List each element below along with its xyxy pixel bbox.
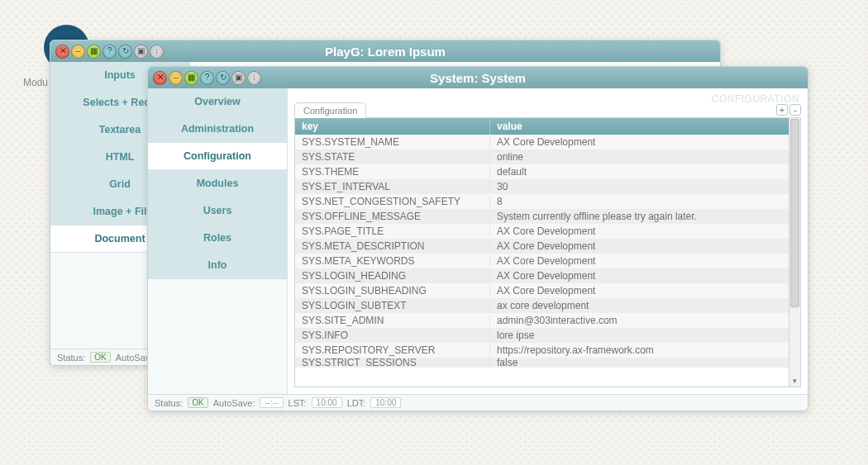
lst-value: 10:00 <box>312 397 342 408</box>
cell-value: lore ipse <box>490 330 789 341</box>
add-tab-button[interactable]: + <box>776 104 788 116</box>
tabstrip: Configuration + - <box>294 102 801 118</box>
cell-key: SYS.SITE_ADMIN <box>295 315 490 326</box>
cell-key: SYS.OFFLINE_MESSAGE <box>295 211 490 222</box>
cell-value: AX Core Development <box>490 225 789 237</box>
grid-body: SYS.SYSTEM_NAMEAX Core DevelopmentSYS.ST… <box>295 135 789 387</box>
cell-key: SYS.SYSTEM_NAME <box>295 136 490 148</box>
cell-value: https://repository.ax-framework.com <box>490 344 789 356</box>
table-row[interactable]: SYS.PAGE_TITLEAX Core Development <box>295 224 789 239</box>
cell-value: AX Core Development <box>490 270 789 282</box>
cell-value: AX Core Development <box>490 255 789 267</box>
tab-configuration[interactable]: Configuration <box>294 102 366 118</box>
col-header-key[interactable]: key <box>295 118 490 135</box>
cell-key: SYS.REPOSITORY_SERVER <box>295 344 490 356</box>
status-ok-badge: OK <box>188 397 207 408</box>
table-row[interactable]: SYS.ET_INTERVAL30 <box>295 179 789 194</box>
window-system: ✕ – ▦ ? ↻ ▣ ↓ System: System OverviewAdm… <box>147 66 808 411</box>
close-icon[interactable]: ✕ <box>153 71 167 85</box>
cell-value: admin@303interactive.com <box>490 315 789 326</box>
table-row[interactable]: SYS.SITE_ADMINadmin@303interactive.com <box>295 313 789 328</box>
status-label: Status: <box>155 398 183 408</box>
status-ok-badge: OK <box>90 352 110 363</box>
table-row[interactable]: SYS.META_KEYWORDSAX Core Development <box>295 254 789 268</box>
cell-value: System currently offline please try agai… <box>490 211 789 222</box>
sidebar-item-configuration[interactable]: Configuration <box>148 143 287 170</box>
table-row[interactable]: SYS.STATEonline <box>295 149 789 164</box>
table-row[interactable]: SYS.LOGIN_SUBTEXTax core development <box>295 298 789 313</box>
grid-header: key value <box>295 118 789 135</box>
sidebar-system: OverviewAdministrationConfigurationModul… <box>148 88 288 394</box>
cell-key: SYS.NET_CONGESTION_SAFETY <box>295 196 490 207</box>
help-icon[interactable]: ? <box>103 45 117 59</box>
cell-key: SYS.THEME <box>295 166 490 178</box>
table-row[interactable]: SYS.STRICT_SESSIONSfalse <box>295 358 789 368</box>
autosave-label: AutoSave: <box>213 398 255 408</box>
titlebar-playg[interactable]: ✕ – ▦ ? ↻ ▣ ↓ PlayG: Lorem Ipsum <box>50 40 720 62</box>
scrollbar-thumb[interactable] <box>790 119 799 307</box>
cell-value: 8 <box>490 196 789 207</box>
trash-icon[interactable]: ▣ <box>134 45 148 59</box>
cell-key: SYS.LOGIN_SUBHEADING <box>295 285 490 297</box>
ldt-label: LDT: <box>347 398 366 408</box>
table-row[interactable]: SYS.OFFLINE_MESSAGESystem currently offl… <box>295 209 789 224</box>
table-row[interactable]: SYS.SYSTEM_NAMEAX Core Development <box>295 135 789 149</box>
minimize-icon[interactable]: – <box>169 71 183 85</box>
cell-value: AX Core Development <box>490 285 789 297</box>
cell-key: SYS.META_KEYWORDS <box>295 255 490 267</box>
cell-value: AX Core Development <box>490 136 789 148</box>
minimize-icon[interactable]: – <box>71 45 85 59</box>
table-row[interactable]: SYS.LOGIN_HEADINGAX Core Development <box>295 268 789 283</box>
cell-value: false <box>490 358 789 368</box>
refresh-icon[interactable]: ↻ <box>216 71 230 85</box>
remove-tab-button[interactable]: - <box>789 104 801 116</box>
table-row[interactable]: SYS.INFOlore ipse <box>295 328 789 343</box>
scroll-down-icon[interactable]: ▾ <box>789 377 800 387</box>
cell-value: ax core development <box>490 300 789 311</box>
cell-key: SYS.LOGIN_SUBTEXT <box>295 300 490 311</box>
table-row[interactable]: SYS.REPOSITORY_SERVERhttps://repository.… <box>295 343 789 358</box>
ldt-value: 10:00 <box>370 397 401 408</box>
table-row[interactable]: SYS.NET_CONGESTION_SAFETY8 <box>295 194 789 209</box>
lst-label: LST: <box>289 398 307 408</box>
table-row[interactable]: SYS.THEMEdefault <box>295 164 789 179</box>
cell-key: SYS.STATE <box>295 151 490 163</box>
sidebar-item-modules[interactable]: Modules <box>148 170 287 197</box>
collapse-icon[interactable]: ↓ <box>247 71 261 85</box>
table-row[interactable]: SYS.LOGIN_SUBHEADINGAX Core Development <box>295 283 789 298</box>
cell-value: default <box>490 166 789 178</box>
sidebar-item-roles[interactable]: Roles <box>148 225 287 252</box>
cell-value: AX Core Development <box>490 240 789 252</box>
main-system: CONFIGURATION Configuration + - key valu… <box>288 88 808 394</box>
background-label: Modu <box>23 77 48 88</box>
cell-key: SYS.META_DESCRIPTION <box>295 240 490 252</box>
sidebar-item-administration[interactable]: Administration <box>148 116 287 143</box>
collapse-icon[interactable]: ↓ <box>150 45 164 59</box>
help-icon[interactable]: ? <box>200 71 214 85</box>
save-icon[interactable]: ▦ <box>87 45 101 59</box>
cell-value: 30 <box>490 181 789 192</box>
scrollbar[interactable]: ▾ <box>789 118 801 387</box>
sidebar-item-users[interactable]: Users <box>148 197 287 225</box>
cell-key: SYS.PAGE_TITLE <box>295 225 490 237</box>
col-header-value[interactable]: value <box>490 118 789 135</box>
titlebar-system[interactable]: ✕ – ▦ ? ↻ ▣ ↓ System: System <box>148 67 808 88</box>
refresh-icon[interactable]: ↻ <box>118 45 132 59</box>
cell-key: SYS.STRICT_SESSIONS <box>295 358 490 368</box>
sidebar-item-info[interactable]: Info <box>148 252 287 279</box>
config-grid: key value SYS.SYSTEM_NAMEAX Core Develop… <box>294 118 789 387</box>
sidebar-item-overview[interactable]: Overview <box>148 88 287 116</box>
cell-key: SYS.LOGIN_HEADING <box>295 270 490 282</box>
statusbar-system: Status: OK AutoSave: --:-- LST: 10:00 LD… <box>148 394 808 410</box>
save-icon[interactable]: ▦ <box>184 71 198 85</box>
close-icon[interactable]: ✕ <box>55 45 69 59</box>
table-row[interactable]: SYS.META_DESCRIPTIONAX Core Development <box>295 239 789 254</box>
cell-key: SYS.INFO <box>295 330 490 341</box>
status-label: Status: <box>57 353 85 363</box>
cell-value: online <box>490 151 789 163</box>
trash-icon[interactable]: ▣ <box>231 71 246 85</box>
cell-key: SYS.ET_INTERVAL <box>295 181 490 192</box>
autosave-value: --:-- <box>260 397 283 408</box>
